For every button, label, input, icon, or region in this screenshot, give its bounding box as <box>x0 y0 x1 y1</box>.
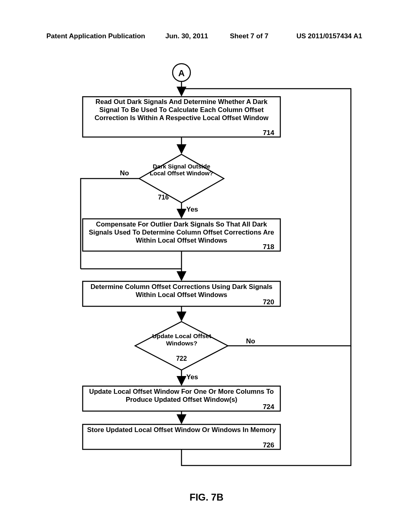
decision-722-no: No <box>246 337 255 345</box>
decision-716: Dark Signal Outside Local Offset Window?… <box>139 154 224 203</box>
box-718: Compensate For Outlier Dark Signals So T… <box>83 219 280 251</box>
box-724-text: Update Local Offset Window For One Or Mo… <box>89 388 274 403</box>
decision-722-yes: Yes <box>186 373 198 381</box>
box-720-text: Determine Column Offset Corrections Usin… <box>90 283 272 298</box>
decision-716-yes: Yes <box>186 206 198 213</box>
box-714: Read Out Dark Signals And Determine Whet… <box>83 97 280 137</box>
header-publication: Patent Application Publication <box>46 32 145 40</box>
box-726-num: 726 <box>263 441 274 449</box>
box-714-num: 714 <box>263 129 275 137</box>
header-sheet: Sheet 7 of 7 <box>230 32 268 40</box>
box-724: Update Local Offset Window For One Or Mo… <box>83 386 280 411</box>
box-726-text: Store Updated Local Offset Window Or Win… <box>87 426 276 433</box>
connector-label: A <box>178 68 185 78</box>
box-724-num: 724 <box>263 403 275 411</box>
decision-722-text: Update Local Offset Windows? <box>152 332 211 347</box>
decision-716-text: Dark Signal Outside Local Offset Window? <box>150 163 213 177</box>
decision-716-num: 716 <box>158 194 169 201</box>
box-720-num: 720 <box>263 298 274 306</box>
connector-a: A <box>173 64 190 81</box>
box-718-num: 718 <box>263 243 274 251</box>
flowchart: A Read Out Dark Signals And Determine Wh… <box>44 62 375 486</box>
box-714-text: Read Out Dark Signals And Determine Whet… <box>94 98 268 121</box>
box-718-text: Compensate For Outlier Dark Signals So T… <box>89 220 274 244</box>
box-720: Determine Column Offset Corrections Usin… <box>83 281 280 306</box>
decision-716-no: No <box>120 169 129 177</box>
header-date: Jun. 30, 2011 <box>165 32 208 40</box>
decision-722: Update Local Offset Windows? 722 <box>135 322 228 370</box>
box-726: Store Updated Local Offset Window Or Win… <box>83 424 280 449</box>
header-pubno: US 2011/0157434 A1 <box>296 32 362 40</box>
figure-caption: FIG. 7B <box>0 492 413 503</box>
decision-722-num: 722 <box>176 355 187 362</box>
